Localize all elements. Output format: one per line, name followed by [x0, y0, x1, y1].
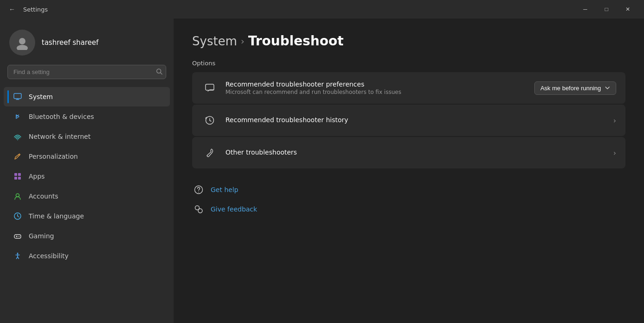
option-control: ›: [613, 149, 616, 157]
search-button[interactable]: [156, 68, 163, 76]
give-feedback-link[interactable]: Give feedback: [211, 205, 257, 213]
troubleshooter-dropdown[interactable]: Ask me before running: [534, 81, 616, 95]
sidebar-item-label: Bluetooth & devices: [29, 113, 94, 120]
chat-icon: [201, 80, 218, 96]
option-desc: Microsoft can recommend and run troubles…: [225, 89, 534, 95]
sidebar-item-label: System: [29, 93, 53, 100]
bluetooth-icon: [13, 112, 22, 121]
maximize-button[interactable]: □: [596, 0, 617, 19]
sidebar-item-gaming[interactable]: Gaming: [4, 226, 170, 246]
option-title: Other troubleshooters: [225, 149, 613, 156]
option-title: Recommended troubleshooter history: [225, 116, 613, 124]
sidebar-item-label: Accessibility: [29, 252, 69, 260]
svg-point-7: [17, 139, 18, 140]
option-text: Recommended troubleshooter history: [225, 116, 613, 124]
avatar: [9, 30, 35, 56]
option-text: Recommended troubleshooter preferences M…: [225, 81, 534, 95]
option-control: Ask me before running: [534, 81, 616, 95]
sidebar-item-accounts[interactable]: Accounts: [4, 186, 170, 206]
breadcrumb-separator: ›: [241, 36, 244, 47]
option-control: ›: [613, 116, 616, 125]
svg-rect-27: [206, 84, 214, 90]
main-content: System › Troubleshoot Options Recommende…: [174, 19, 644, 323]
sidebar-item-accessibility[interactable]: Accessibility: [4, 246, 170, 266]
wrench-icon: [201, 144, 218, 161]
svg-point-1: [17, 45, 28, 50]
svg-rect-11: [14, 177, 17, 180]
option-text: Other troubleshooters: [225, 149, 613, 157]
breadcrumb-system[interactable]: System: [192, 34, 237, 48]
svg-point-33: [198, 209, 202, 213]
close-button[interactable]: ✕: [617, 0, 638, 19]
sidebar-item-time[interactable]: Time & language: [4, 206, 170, 226]
chevron-right-icon: ›: [613, 116, 616, 125]
breadcrumb: System › Troubleshoot: [192, 33, 625, 49]
user-section: tashreef shareef: [0, 19, 174, 65]
options-list: Recommended troubleshooter preferences M…: [192, 72, 625, 168]
svg-line-16: [18, 216, 19, 217]
svg-point-20: [18, 236, 19, 237]
get-help-item[interactable]: Get help: [192, 183, 625, 196]
get-help-icon: [192, 183, 205, 196]
user-name: tashreef shareef: [42, 38, 99, 47]
section-label: Options: [192, 60, 625, 67]
time-icon: [13, 211, 22, 221]
give-feedback-item[interactable]: Give feedback: [192, 203, 625, 216]
help-links: Get help Give feedback: [192, 183, 625, 216]
app-body: tashreef shareef: [0, 19, 644, 323]
svg-line-8: [19, 155, 19, 155]
give-feedback-icon: [192, 203, 205, 216]
sidebar-item-personalization[interactable]: Personalization: [4, 147, 170, 166]
svg-line-26: [18, 257, 19, 259]
get-help-link[interactable]: Get help: [211, 186, 238, 193]
history-icon: [201, 112, 218, 129]
svg-point-31: [198, 192, 199, 193]
option-recommended-prefs[interactable]: Recommended troubleshooter preferences M…: [192, 72, 625, 104]
sidebar-item-label: Gaming: [29, 232, 54, 240]
accessibility-icon: [13, 251, 22, 261]
chevron-right-icon: ›: [613, 149, 616, 157]
sidebar-item-label: Accounts: [29, 193, 58, 200]
app-title: Settings: [23, 6, 48, 13]
svg-point-0: [19, 38, 25, 44]
search-input[interactable]: [7, 65, 166, 79]
window-controls: ─ □ ✕: [575, 0, 638, 19]
accounts-icon: [13, 192, 22, 201]
sidebar-item-label: Apps: [29, 173, 45, 180]
svg-point-29: [207, 155, 208, 156]
titlebar: ← Settings ─ □ ✕: [0, 0, 644, 19]
svg-rect-17: [14, 235, 21, 238]
svg-point-21: [19, 236, 20, 237]
personalization-icon: [13, 152, 22, 161]
sidebar-item-network[interactable]: Network & internet: [4, 127, 170, 146]
monitor-icon: [13, 92, 22, 101]
nav-list: System Bluetooth & devices: [0, 85, 174, 268]
svg-rect-4: [14, 93, 21, 99]
option-recommended-history[interactable]: Recommended troubleshooter history ›: [192, 105, 625, 136]
option-title: Recommended troubleshooter preferences: [225, 81, 534, 88]
svg-line-3: [161, 73, 163, 75]
sidebar: tashreef shareef: [0, 19, 174, 323]
sidebar-item-apps[interactable]: Apps: [4, 167, 170, 186]
back-button[interactable]: ←: [6, 3, 19, 16]
sidebar-item-label: Time & language: [29, 212, 84, 220]
svg-rect-12: [18, 177, 21, 180]
apps-icon: [13, 172, 22, 181]
page-title: Troubleshoot: [248, 33, 344, 49]
sidebar-item-label: Personalization: [29, 153, 78, 160]
sidebar-item-label: Network & internet: [29, 133, 91, 140]
gaming-icon: [13, 231, 22, 241]
svg-rect-9: [14, 173, 17, 176]
sidebar-item-system[interactable]: System: [4, 87, 170, 106]
option-other-troubleshooters[interactable]: Other troubleshooters ›: [192, 137, 625, 168]
sidebar-item-bluetooth[interactable]: Bluetooth & devices: [4, 107, 170, 126]
search-box: [7, 65, 166, 79]
svg-rect-10: [18, 173, 21, 176]
network-icon: [13, 132, 22, 141]
minimize-button[interactable]: ─: [575, 0, 596, 19]
